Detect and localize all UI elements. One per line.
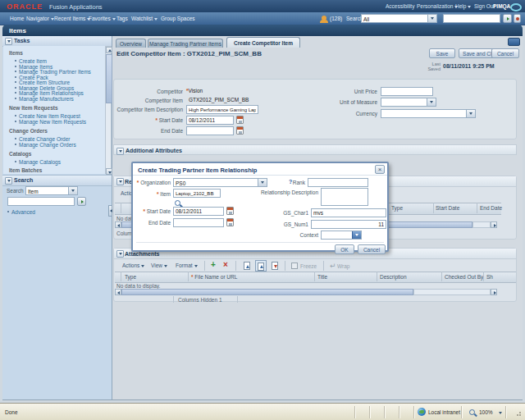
sidebar-item-manage-new-item-requests[interactable]: Manage New Item Requests: [15, 119, 86, 125]
dialog-cancel-button[interactable]: Cancel: [358, 244, 386, 254]
dialog-organization-select[interactable]: PS0: [173, 178, 267, 187]
collapse-icon[interactable]: [116, 250, 124, 258]
calendar-icon[interactable]: [226, 218, 234, 226]
dialog-ok-button[interactable]: OK: [335, 244, 354, 254]
dialog-end-date-input[interactable]: [173, 218, 224, 227]
attachments-view-menu[interactable]: View: [151, 262, 167, 268]
dialog-title: Create Trading Partner Item Relationship: [138, 167, 257, 174]
attachments-actions-menu[interactable]: Actions: [122, 262, 144, 268]
close-icon[interactable]: ×: [375, 165, 385, 174]
add-attachment-icon[interactable]: +: [211, 260, 216, 269]
scroll-right-button[interactable]: [491, 221, 497, 228]
upload-selected-toggle[interactable]: [255, 260, 267, 272]
calendar-icon[interactable]: [236, 126, 244, 135]
watchlist-count[interactable]: (128): [330, 16, 342, 21]
menu-group-spaces[interactable]: Group Spaces: [161, 16, 195, 21]
dropdown-button[interactable]: [258, 179, 267, 186]
advanced-search-link[interactable]: Advanced: [7, 209, 35, 215]
additional-attributes-header[interactable]: Additional Attributes: [113, 144, 517, 155]
collapse-icon[interactable]: [5, 177, 12, 185]
freeze-button[interactable]: Freeze: [300, 263, 317, 269]
column-shared[interactable]: Sh: [486, 274, 493, 280]
menu-home[interactable]: Home: [10, 16, 24, 21]
collapse-icon[interactable]: [116, 148, 124, 155]
column-description[interactable]: Description: [380, 274, 407, 280]
dialog-rel-desc-textarea[interactable]: [321, 188, 368, 206]
attachments-hscrollbar-thumb[interactable]: [121, 289, 413, 295]
attachments-format-menu[interactable]: Format: [176, 262, 198, 268]
column-end-date[interactable]: End Date: [480, 205, 502, 211]
dialog-rank-input[interactable]: [308, 178, 368, 187]
start-date-input[interactable]: [186, 116, 234, 125]
currency-select[interactable]: [381, 109, 476, 118]
help-menu[interactable]: Help: [455, 3, 471, 9]
unit-price-input[interactable]: [381, 87, 433, 96]
dialog-context-select[interactable]: [321, 231, 362, 240]
dialog-gs-char1-input[interactable]: [311, 208, 386, 217]
save-button[interactable]: Save: [429, 48, 455, 58]
search-icon[interactable]: [175, 200, 180, 206]
dialog-start-date-input[interactable]: [173, 207, 224, 216]
uom-select[interactable]: [381, 98, 436, 107]
collapse-icon[interactable]: [5, 38, 12, 45]
scroll-left-button[interactable]: [115, 289, 121, 295]
dropdown-button[interactable]: [352, 231, 361, 239]
search-go-button[interactable]: [503, 14, 512, 23]
collapse-icon[interactable]: [116, 178, 124, 185]
delete-attachment-icon[interactable]: ×: [223, 260, 228, 269]
sidebar-item-manage-catalogs[interactable]: Manage Catalogs: [15, 159, 61, 165]
tab-create-competitor-item[interactable]: Create Competitor Item: [226, 37, 300, 48]
download-icon[interactable]: [272, 262, 278, 270]
scroll-right-button[interactable]: [491, 289, 497, 295]
calendar-icon[interactable]: [226, 207, 234, 215]
chat-bubble-icon[interactable]: [510, 3, 522, 11]
zoom-dropdown-icon[interactable]: [499, 412, 502, 414]
sidebar-item-manage-manufacturers[interactable]: Manage Manufacturers: [15, 96, 74, 102]
column-title[interactable]: Title: [317, 274, 327, 280]
dropdown-button[interactable]: [466, 110, 475, 117]
advanced-search-button[interactable]: [514, 14, 521, 23]
status-zoom-level[interactable]: 100%: [479, 409, 493, 415]
tab-overview[interactable]: Overview: [116, 39, 146, 48]
dialog-gs-num1-input[interactable]: [311, 220, 386, 229]
tab-manage-trading-partner-items[interactable]: Manage Trading Partner Items: [148, 39, 223, 48]
scroll-up-button[interactable]: [106, 47, 112, 53]
upload-icon[interactable]: [244, 262, 250, 270]
end-date-label: End Date: [98, 128, 183, 134]
menu-recent-items[interactable]: Recent Items: [54, 16, 90, 21]
dropdown-button[interactable]: [68, 187, 77, 194]
column-type[interactable]: Type: [391, 205, 403, 211]
scrollbar-thumb[interactable]: [106, 54, 112, 103]
scroll-down-button[interactable]: [106, 168, 112, 175]
column-type[interactable]: Type: [125, 274, 136, 280]
sign-out-link[interactable]: Sign Out: [474, 3, 495, 9]
sidebar-item-manage-change-orders[interactable]: Manage Change Orders: [15, 142, 76, 148]
global-search-input[interactable]: [443, 14, 500, 23]
menu-watchlist[interactable]: Watchlist: [131, 16, 158, 21]
accessibility-link[interactable]: Accessibility: [386, 3, 414, 9]
sidebar-search-input[interactable]: [7, 197, 75, 206]
product-name: Fusion Applications: [49, 3, 103, 11]
menu-tags[interactable]: Tags: [116, 16, 128, 21]
menu-navigator[interactable]: Navigator: [26, 16, 54, 21]
description-input[interactable]: [186, 105, 258, 114]
search-type-select[interactable]: Item: [25, 186, 78, 195]
end-date-input[interactable]: [186, 126, 234, 135]
scroll-left-button[interactable]: [115, 221, 121, 228]
sidebar-search-go-button[interactable]: [77, 197, 86, 206]
column-file-name[interactable]: * File Name or URL: [191, 274, 237, 280]
search-panel-header[interactable]: Search: [2, 175, 112, 186]
menu-favorites[interactable]: Favorites: [89, 16, 116, 21]
column-checked-out-by[interactable]: Checked Out By: [445, 274, 483, 280]
dropdown-button[interactable]: [427, 15, 436, 22]
task-group-heading: Catalogs: [9, 151, 31, 157]
search-scope-select[interactable]: All: [361, 14, 437, 23]
tab-toolbar-button[interactable]: [508, 38, 520, 46]
cancel-button[interactable]: Cancel: [491, 48, 519, 58]
dropdown-button[interactable]: [427, 98, 436, 106]
wrap-button[interactable]: Wrap: [337, 263, 349, 269]
dialog-item-input[interactable]: [173, 189, 221, 198]
personalization-menu[interactable]: Personalization: [417, 3, 458, 9]
calendar-icon[interactable]: [236, 116, 244, 124]
column-start-date[interactable]: Start Date: [436, 205, 459, 211]
